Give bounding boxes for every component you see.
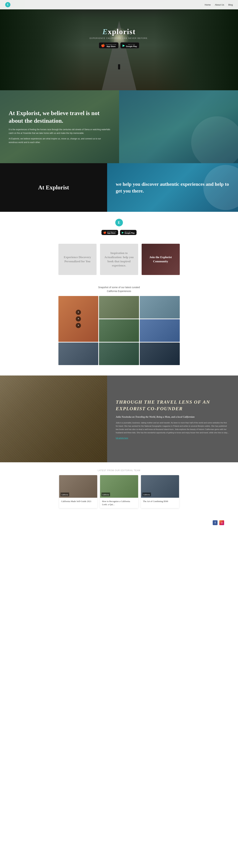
belief-para2: At Explorist, we believe experiences are… bbox=[9, 137, 110, 144]
split-right: we help you discover authentic experienc… bbox=[107, 163, 238, 212]
founder-section: Through the Travel Lens of an Explorist … bbox=[0, 375, 238, 462]
split-right-text: we help you discover authentic experienc… bbox=[116, 181, 229, 194]
center-logo-icon: E bbox=[115, 219, 123, 226]
founder-subheading: Julia Nowinska on Traveling the World, B… bbox=[116, 415, 229, 419]
google-play-text: GET IT ON Google Play bbox=[126, 43, 137, 47]
feature-card-1-title: Experience Discovery Personalized for Yo… bbox=[63, 255, 92, 264]
blog-card-2-body: How to Recognize a California Look: a Qu… bbox=[100, 498, 138, 508]
blog-card-3-img: California bbox=[141, 475, 179, 498]
founder-heading: Through the Travel Lens of an Explorist … bbox=[116, 399, 229, 412]
center-app-store-badge[interactable]: 🍎 Download on the App Store bbox=[101, 230, 118, 235]
hero-title-rest: xplorist bbox=[108, 27, 136, 36]
app-store-text: Download on the App Store bbox=[106, 43, 116, 47]
founder-texture bbox=[0, 375, 107, 462]
belief-right bbox=[119, 90, 238, 163]
gallery-item-6[interactable] bbox=[59, 342, 98, 365]
blog-card-1-title: California Made Self-Guide 2021 bbox=[61, 500, 95, 503]
person-figure bbox=[118, 64, 120, 69]
feature-card-2-title: Inspiration to Actualization: help you b… bbox=[104, 251, 134, 268]
logo-icon: E bbox=[5, 2, 10, 7]
trees-right bbox=[155, 0, 238, 90]
belief-section: At Explorist, we believe travel is not a… bbox=[0, 90, 238, 163]
instagram-icon[interactable]: ◎ bbox=[219, 520, 224, 525]
nav-blog[interactable]: Blog bbox=[228, 3, 233, 6]
feature-card-3-title: Join the Explorist Community bbox=[146, 255, 176, 264]
trees-left bbox=[0, 0, 83, 90]
hero-title: Explorist bbox=[90, 27, 148, 36]
blog-card-2-title: How to Recognize a California Look: a Qu… bbox=[102, 500, 136, 506]
feature-cards-section: Experience Discovery Personalized for Yo… bbox=[0, 244, 238, 284]
footer: f ◎ bbox=[0, 517, 238, 532]
blog-card-2-img: California bbox=[100, 475, 138, 498]
gallery-item-2[interactable] bbox=[99, 296, 139, 318]
gallery-item-5[interactable] bbox=[140, 319, 180, 342]
center-badges: 🍎 Download on the App Store ▶ GET IT ON … bbox=[101, 230, 136, 235]
blog-card-1[interactable]: California California Made Self-Guide 20… bbox=[59, 475, 97, 508]
blog-card-3-body: The Art of Combining $500 bbox=[141, 498, 179, 505]
center-google-icon: ▶ bbox=[122, 231, 124, 234]
navigation: E Home About Us Blog bbox=[0, 0, 238, 9]
split-section: At Explorist we help you discover authen… bbox=[0, 163, 238, 212]
founder-read-more-link[interactable]: full article here bbox=[116, 437, 229, 439]
gallery-title: Snapshot of some of our latest curated C… bbox=[14, 285, 224, 293]
founder-left bbox=[0, 375, 107, 462]
nav-links: Home About Us Blog bbox=[205, 3, 233, 6]
store-badges: 🍎 Download on the App Store ▶ GET IT ON … bbox=[90, 42, 148, 49]
blog-card-3[interactable]: California The Art of Combining $500 bbox=[141, 475, 179, 508]
belief-left: At Explorist, we believe travel is not a… bbox=[0, 90, 119, 163]
founder-body: Julia is a journalist, business- dating … bbox=[116, 421, 229, 435]
hero-subtitle: Experience California Like Never Before. bbox=[90, 37, 148, 39]
feature-card-1: Experience Discovery Personalized for Yo… bbox=[59, 244, 97, 275]
apple-icon: 🍎 bbox=[101, 43, 105, 48]
app-store-badge[interactable]: 🍎 Download on the App Store bbox=[99, 42, 118, 49]
gallery-item-4[interactable] bbox=[99, 319, 139, 342]
hero-section: Explorist Experience California Like Nev… bbox=[0, 0, 238, 90]
nav-home[interactable]: Home bbox=[205, 3, 211, 6]
blog-card-2[interactable]: California How to Recognize a California… bbox=[100, 475, 138, 508]
gallery-section: Snapshot of some of our latest curated C… bbox=[0, 284, 238, 375]
feature-card-3: Join the Explorist Community bbox=[142, 244, 180, 275]
feature-card-2: Inspiration to Actualization: help you b… bbox=[100, 244, 138, 275]
gallery-item-7[interactable] bbox=[99, 342, 139, 365]
blog-card-3-title: The Art of Combining $500 bbox=[143, 500, 177, 503]
blog-card-1-img: California bbox=[59, 475, 97, 498]
center-apple-icon: 🍎 bbox=[103, 231, 106, 234]
founder-right: Through the Travel Lens of an Explorist … bbox=[107, 375, 238, 462]
google-play-icon: ▶ bbox=[123, 43, 125, 48]
blog-section: Latest from our editorial team Californi… bbox=[0, 462, 238, 517]
belief-heading: At Explorist, we believe travel is not a… bbox=[9, 110, 110, 125]
center-google-play-badge[interactable]: ▶ GET IT ON Google Play bbox=[120, 230, 137, 235]
hero-content: Explorist Experience California Like Nev… bbox=[90, 27, 148, 49]
hero-title-italic: E bbox=[102, 27, 108, 36]
blog-cards-container: California California Made Self-Guide 20… bbox=[14, 475, 224, 508]
nav-about[interactable]: About Us bbox=[215, 3, 224, 6]
gallery-item-8[interactable] bbox=[140, 342, 180, 365]
gallery-grid: ✦ ✦ ✦ bbox=[59, 296, 180, 365]
center-google-play-text: GET IT ON Google Play bbox=[125, 231, 135, 234]
logo[interactable]: E bbox=[5, 2, 10, 7]
logo-center-section: E 🍎 Download on the App Store ▶ GET IT O… bbox=[0, 212, 238, 244]
gallery-item-1[interactable]: ✦ ✦ ✦ bbox=[59, 296, 98, 342]
center-app-store-text: Download on the App Store bbox=[107, 231, 116, 234]
split-left: At Explorist bbox=[0, 163, 107, 212]
split-left-text: At Explorist bbox=[38, 184, 69, 191]
gallery-item-3[interactable] bbox=[140, 296, 180, 318]
facebook-icon[interactable]: f bbox=[213, 520, 217, 525]
belief-para1: It is the experiences of feeling the hor… bbox=[9, 128, 110, 135]
blog-card-1-body: California Made Self-Guide 2021 bbox=[59, 498, 97, 505]
google-play-badge[interactable]: ▶ GET IT ON Google Play bbox=[120, 42, 139, 49]
blog-header: Latest from our editorial team bbox=[14, 469, 224, 472]
